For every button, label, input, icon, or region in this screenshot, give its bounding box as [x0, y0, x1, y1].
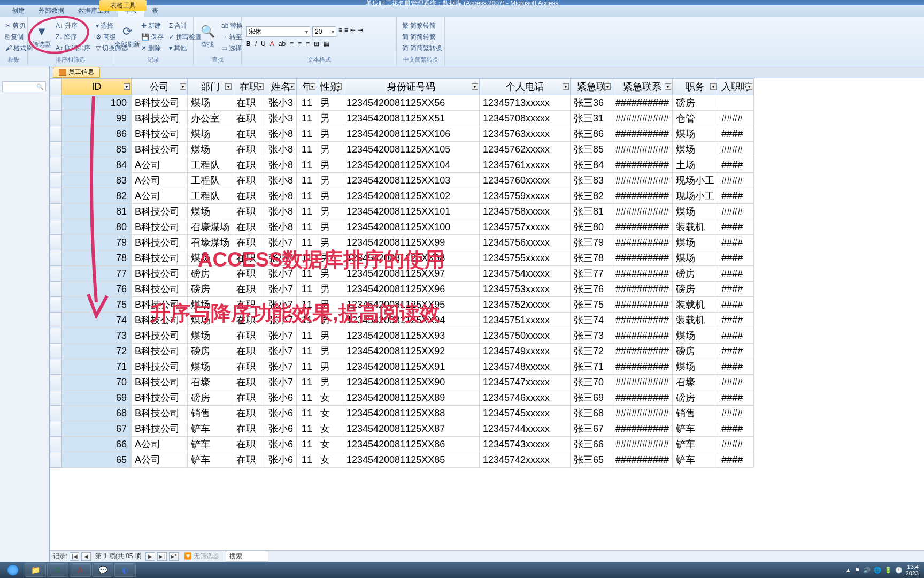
cell-job[interactable]: 召壕 [673, 375, 718, 390]
cell-gender[interactable]: 男 [317, 157, 343, 173]
cell-job[interactable]: 磅房 [673, 390, 718, 406]
cell-job[interactable]: 装载机 [673, 313, 718, 328]
cell-company[interactable]: B科技公司 [132, 111, 188, 126]
cell-status[interactable]: 在职 [233, 235, 265, 250]
cell-name[interactable]: 张小6 [265, 452, 297, 468]
cell-id[interactable]: 73 [62, 328, 132, 344]
cell-gender[interactable]: 女 [317, 390, 343, 406]
cell-status[interactable]: 在职 [233, 142, 265, 157]
table-row[interactable]: 77 B科技公司 磅房 在职 张小7 11 男 12345420081125XX… [50, 266, 754, 282]
table-row[interactable]: 76 B科技公司 磅房 在职 张小7 11 男 12345420081125XX… [50, 282, 754, 297]
cell-status[interactable]: 在职 [233, 406, 265, 421]
cell-name[interactable]: 张小7 [265, 235, 297, 250]
table-row[interactable]: 74 B科技公司 煤场 在职 张小7 11 男 12345420081125XX… [50, 313, 754, 328]
cell-phone[interactable]: 12345746xxxxx [480, 390, 571, 406]
cell-phone[interactable]: 12345751xxxxx [480, 313, 571, 328]
cell-dept[interactable]: 工程队 [188, 157, 233, 173]
cell-job[interactable]: 煤场 [673, 359, 718, 375]
cell-name[interactable]: 张小8 [265, 157, 297, 173]
cell-dept[interactable]: 工程队 [188, 188, 233, 204]
nav-next-button[interactable]: ▶ [145, 552, 155, 561]
cell-phone[interactable]: 12345708xxxxx [480, 111, 571, 126]
cell-emerg[interactable]: 张三82 [571, 188, 612, 204]
cell-idcard[interactable]: 12345420081125XX96 [343, 282, 480, 297]
cell-age[interactable]: 11 [297, 437, 317, 452]
cell-name[interactable]: 张小8 [265, 142, 297, 157]
cell-name[interactable]: 张小7 [265, 313, 297, 328]
cell-emerg2[interactable]: ########## [612, 421, 673, 437]
table-row[interactable]: 100 B科技公司 煤场 在职 张小3 11 男 12345420081125X… [50, 95, 754, 111]
col-company[interactable]: 公司▾ [132, 79, 188, 95]
cell-gender[interactable]: 男 [317, 375, 343, 390]
cell-phone[interactable]: 12345762xxxxx [480, 142, 571, 157]
cell-status[interactable]: 在职 [233, 282, 265, 297]
cell-hire[interactable]: #### [718, 219, 754, 235]
cell-company[interactable]: B科技公司 [132, 328, 188, 344]
table-row[interactable]: 79 B科技公司 召壕煤场 在职 张小7 11 男 12345420081125… [50, 235, 754, 250]
cell-name[interactable]: 张小8 [265, 219, 297, 235]
cell-age[interactable]: 11 [297, 95, 317, 111]
tray-up-icon[interactable]: ▲ [845, 567, 851, 573]
cell-age[interactable]: 11 [297, 452, 317, 468]
cell-job[interactable]: 现场小工 [673, 173, 718, 188]
cell-idcard[interactable]: 12345420081125XX85 [343, 452, 480, 468]
cell-status[interactable]: 在职 [233, 359, 265, 375]
cell-gender[interactable]: 男 [317, 344, 343, 359]
row-selector[interactable] [50, 157, 62, 173]
table-row[interactable]: 67 B科技公司 铲车 在职 张小6 11 女 12345420081125XX… [50, 421, 754, 437]
cell-idcard[interactable]: 12345420081125XX92 [343, 344, 480, 359]
cell-company[interactable]: B科技公司 [132, 219, 188, 235]
taskbar-access[interactable]: A [70, 563, 91, 577]
cell-gender[interactable]: 女 [317, 406, 343, 421]
cell-emerg[interactable]: 张三81 [571, 204, 612, 219]
cell-id[interactable]: 99 [62, 111, 132, 126]
col-hire[interactable]: 入职时▾ [718, 79, 754, 95]
cell-idcard[interactable]: 12345420081125XX87 [343, 421, 480, 437]
row-selector[interactable] [50, 375, 62, 390]
nav-search-input[interactable] [2, 81, 46, 92]
cell-gender[interactable]: 男 [317, 282, 343, 297]
col-phone[interactable]: 个人电话▾ [480, 79, 571, 95]
row-selector[interactable] [50, 452, 62, 468]
cell-age[interactable]: 11 [297, 111, 317, 126]
cell-dept[interactable]: 煤场 [188, 126, 233, 142]
row-selector[interactable] [50, 359, 62, 375]
cell-job[interactable]: 磅房 [673, 95, 718, 111]
cell-hire[interactable]: #### [718, 313, 754, 328]
cell-job[interactable]: 磅房 [673, 266, 718, 282]
cell-emerg[interactable]: 张三83 [571, 173, 612, 188]
cell-age[interactable]: 11 [297, 359, 317, 375]
cell-emerg[interactable]: 张三79 [571, 235, 612, 250]
cell-idcard[interactable]: 12345420081125XX89 [343, 390, 480, 406]
cell-job[interactable]: 铲车 [673, 421, 718, 437]
replace-button[interactable]: ab替换 [220, 21, 244, 31]
cell-hire[interactable]: #### [718, 328, 754, 344]
cell-hire[interactable]: #### [718, 188, 754, 204]
cell-dept[interactable]: 铲车 [188, 421, 233, 437]
cell-name[interactable]: 张小7 [265, 359, 297, 375]
cell-emerg[interactable]: 张三86 [571, 126, 612, 142]
cell-name[interactable]: 张小6 [265, 421, 297, 437]
cell-job[interactable]: 装载机 [673, 219, 718, 235]
cell-phone[interactable]: 12345755xxxxx [480, 250, 571, 266]
col-gender[interactable]: 性别▾ [317, 79, 343, 95]
cell-gender[interactable]: 男 [317, 328, 343, 344]
cell-status[interactable]: 在职 [233, 266, 265, 282]
cell-hire[interactable]: #### [718, 142, 754, 157]
bold-button[interactable]: B [246, 40, 251, 48]
cell-age[interactable]: 11 [297, 204, 317, 219]
cell-job[interactable]: 销售 [673, 406, 718, 421]
cell-job[interactable]: 铲车 [673, 452, 718, 468]
cell-emerg[interactable]: 张三85 [571, 142, 612, 157]
cell-age[interactable]: 11 [297, 188, 317, 204]
cell-emerg2[interactable]: ########## [612, 452, 673, 468]
cell-age[interactable]: 11 [297, 250, 317, 266]
cell-idcard[interactable]: 12345420081125XX100 [343, 219, 480, 235]
cell-name[interactable]: 张小8 [265, 204, 297, 219]
cell-phone[interactable]: 12345763xxxxx [480, 126, 571, 142]
cell-age[interactable]: 11 [297, 328, 317, 344]
table-row[interactable]: 84 A公司 工程队 在职 张小8 11 男 12345420081125XX1… [50, 157, 754, 173]
table-row[interactable]: 73 B科技公司 煤场 在职 张小7 11 男 12345420081125XX… [50, 328, 754, 344]
taskbar-app[interactable]: ◐ [114, 563, 136, 577]
cell-name[interactable]: 张小7 [265, 344, 297, 359]
